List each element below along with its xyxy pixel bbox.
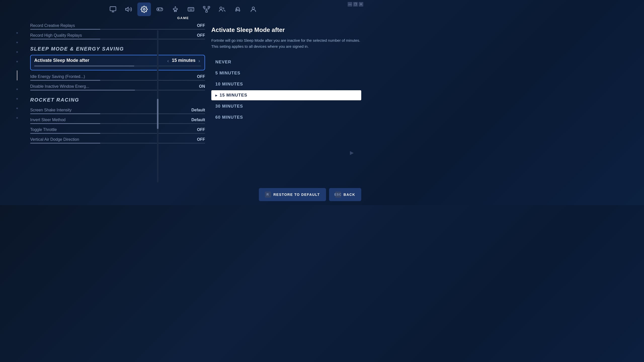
disable-inactive-value: ON (199, 84, 205, 89)
option-5-minutes[interactable]: 5 MINUTES (211, 68, 361, 78)
scroll-dot (16, 117, 18, 119)
scrollbar-thumb[interactable] (157, 99, 158, 129)
record-creative-replays-label: Record Creative Replays (30, 23, 75, 28)
vertical-scrollbar[interactable] (157, 30, 158, 183)
svg-rect-20 (203, 6, 205, 8)
svg-rect-0 (110, 7, 116, 11)
top-nav (0, 0, 366, 18)
panel-right-arrow: ▶ (350, 150, 354, 156)
record-high-quality-value: OFF (197, 33, 205, 38)
activate-sleep-label: Activate Sleep Mode after (34, 58, 89, 63)
vertical-air-dodge-slider[interactable] (30, 143, 205, 144)
invert-steer-slider[interactable] (30, 123, 205, 124)
svg-rect-5 (157, 8, 163, 11)
record-high-quality-slider[interactable] (30, 39, 205, 39)
svg-marker-3 (126, 7, 128, 11)
disable-inactive-slider[interactable] (30, 90, 205, 90)
nav-audio-button[interactable] (122, 3, 135, 16)
scroll-dot (16, 88, 18, 90)
svg-point-31 (252, 7, 254, 9)
invert-steer-label: Invert Steer Method (30, 118, 66, 122)
svg-point-12 (175, 6, 176, 8)
sleep-mode-next-button[interactable]: › (197, 58, 201, 64)
scroll-dot (16, 42, 18, 43)
sleep-section-header: SLEEP MODE & ENERGY SAVING (30, 46, 205, 52)
activate-sleep-mode-row[interactable]: Activate Sleep Mode after ‹ 15 minutes › (30, 55, 205, 70)
disable-inactive-window-row: Disable Inactive Window Energ... ON (30, 82, 205, 92)
svg-rect-21 (208, 6, 210, 8)
option-10-minutes[interactable]: 10 MINUTES (211, 79, 361, 89)
right-panel: Activate Sleep Mode after Fortnite will … (211, 26, 361, 183)
main-content: Record Creative Replays OFF Record High … (30, 21, 205, 183)
toggle-throttle-slider[interactable] (30, 133, 205, 134)
nav-game-button[interactable] (137, 3, 151, 16)
nav-controller-button[interactable] (153, 3, 167, 16)
record-creative-replays-slider[interactable] (30, 29, 205, 30)
nav-keyboard-button[interactable] (184, 3, 198, 16)
idle-energy-saving-row: Idle Energy Saving (Fronted...) OFF (30, 72, 205, 82)
vertical-air-dodge-label: Vertical Air Dodge Direction (30, 137, 79, 142)
svg-point-30 (238, 9, 239, 10)
svg-point-29 (238, 9, 239, 9)
screen-shake-value: Default (191, 108, 205, 112)
disable-inactive-label: Disable Inactive Window Energ... (30, 84, 89, 89)
nav-gamepad-button[interactable] (231, 3, 245, 16)
svg-point-4 (143, 9, 145, 10)
svg-point-9 (161, 8, 162, 9)
toggle-throttle-value: OFF (197, 127, 205, 132)
record-creative-replays-row: Record Creative Replays OFF (30, 21, 205, 31)
option-15-minutes[interactable]: 15 MINUTES (211, 90, 361, 100)
bottom-buttons: R RESTORE TO DEFAULT ESC BACK (259, 188, 361, 201)
toggle-throttle-label: Toggle Throttle (30, 127, 57, 132)
nav-network-button[interactable] (200, 3, 213, 16)
restore-to-default-button[interactable]: R RESTORE TO DEFAULT (259, 188, 326, 201)
screen-shake-slider[interactable] (30, 113, 205, 114)
idle-energy-value: OFF (197, 74, 205, 79)
svg-rect-19 (206, 11, 208, 12)
nav-monitor-button[interactable] (106, 3, 120, 16)
rocket-racing-section-header: ROCKET RACING (30, 97, 205, 103)
sleep-mode-prev-button[interactable]: ‹ (166, 58, 170, 64)
option-60-minutes[interactable]: 60 MINUTES (211, 112, 361, 122)
back-button[interactable]: ESC BACK (329, 188, 361, 201)
sidebar-scrollbar (16, 30, 19, 183)
scroll-dot (16, 51, 18, 53)
scroll-dot (16, 108, 18, 109)
sleep-mode-slider[interactable] (34, 66, 201, 66)
record-high-quality-label: Record High Quality Replays (30, 33, 82, 38)
scroll-dot (16, 98, 18, 100)
nav-friends-button[interactable] (215, 3, 229, 16)
vertical-air-dodge-value: OFF (197, 137, 205, 142)
invert-steer-value: Default (191, 118, 205, 122)
back-key-indicator: ESC (335, 192, 341, 198)
record-creative-replays-value: OFF (197, 23, 205, 28)
nav-account-button[interactable] (247, 3, 260, 16)
scroll-dot (16, 61, 18, 62)
option-never[interactable]: NEVER (211, 57, 361, 67)
screen-shake-label: Screen Shake Intensity (30, 108, 72, 112)
idle-energy-slider[interactable] (30, 80, 205, 81)
restore-label: RESTORE TO DEFAULT (273, 193, 320, 197)
screen-shake-row: Screen Shake Intensity Default (30, 106, 205, 116)
active-tab-label: GAME (177, 16, 189, 20)
nav-accessibility-button[interactable] (169, 3, 182, 16)
activate-sleep-value: 15 minutes (172, 58, 195, 63)
right-panel-title: Activate Sleep Mode after (211, 26, 361, 33)
scroll-dot (16, 32, 18, 34)
svg-rect-13 (188, 8, 194, 11)
back-label: BACK (344, 193, 355, 197)
toggle-throttle-row: Toggle Throttle OFF (30, 125, 205, 135)
record-high-quality-row: Record High Quality Replays OFF (30, 31, 205, 41)
idle-energy-label: Idle Energy Saving (Fronted...) (30, 74, 85, 79)
scroll-indicator (17, 70, 17, 80)
restore-key-indicator: R (265, 192, 271, 198)
option-30-minutes[interactable]: 30 MINUTES (211, 101, 361, 111)
svg-point-26 (220, 7, 222, 9)
sleep-mode-options: NEVER 5 MINUTES 10 MINUTES 15 MINUTES 30… (211, 57, 361, 122)
invert-steer-row: Invert Steer Method Default (30, 116, 205, 125)
right-panel-description: Fortnite will go into Sleep Mode after y… (211, 37, 361, 50)
vertical-air-dodge-row: Vertical Air Dodge Direction OFF (30, 135, 205, 145)
